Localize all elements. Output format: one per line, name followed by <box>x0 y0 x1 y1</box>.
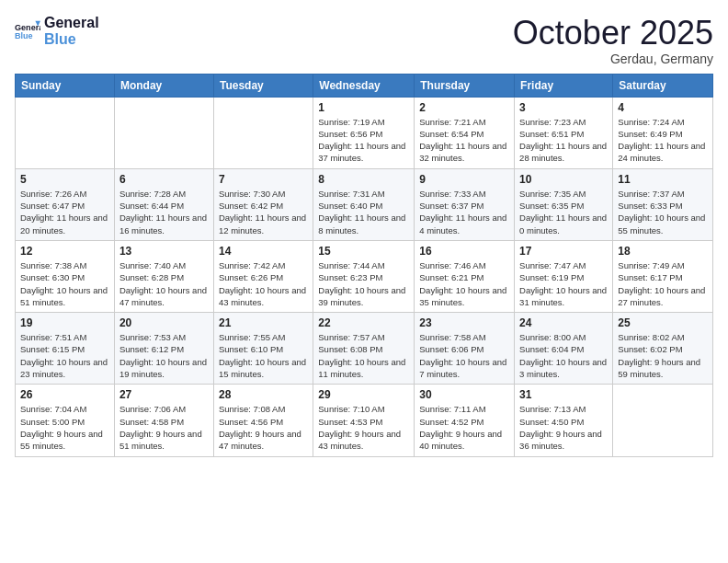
day-info: Sunrise: 7:10 AM Sunset: 4:53 PM Dayligh… <box>318 403 409 452</box>
day-number: 30 <box>419 388 509 401</box>
calendar-week-row: 19Sunrise: 7:51 AM Sunset: 6:15 PM Dayli… <box>16 313 713 385</box>
title-block: October 2025 Gerdau, Germany <box>513 15 713 66</box>
logo-text-general: General <box>44 15 99 31</box>
calendar-cell: 29Sunrise: 7:10 AM Sunset: 4:53 PM Dayli… <box>313 385 415 456</box>
day-number: 12 <box>20 245 109 258</box>
calendar-cell <box>16 97 115 168</box>
calendar-cell: 13Sunrise: 7:40 AM Sunset: 6:28 PM Dayli… <box>114 240 213 312</box>
day-info: Sunrise: 7:49 AM Sunset: 6:17 PM Dayligh… <box>618 259 708 308</box>
day-number: 9 <box>419 173 509 186</box>
day-info: Sunrise: 7:58 AM Sunset: 6:06 PM Dayligh… <box>419 331 509 380</box>
day-info: Sunrise: 7:13 AM Sunset: 4:50 PM Dayligh… <box>519 403 608 452</box>
day-info: Sunrise: 8:02 AM Sunset: 6:02 PM Dayligh… <box>618 331 708 380</box>
day-info: Sunrise: 7:51 AM Sunset: 6:15 PM Dayligh… <box>20 331 109 380</box>
calendar-cell: 9Sunrise: 7:33 AM Sunset: 6:37 PM Daylig… <box>415 168 515 240</box>
day-info: Sunrise: 7:23 AM Sunset: 6:51 PM Dayligh… <box>519 116 608 165</box>
logo-icon: General Blue <box>15 18 40 44</box>
calendar-cell: 12Sunrise: 7:38 AM Sunset: 6:30 PM Dayli… <box>16 240 115 312</box>
logo: General Blue General Blue <box>15 15 99 47</box>
day-number: 18 <box>618 245 708 258</box>
day-number: 6 <box>119 173 209 186</box>
day-number: 29 <box>318 388 409 401</box>
calendar-week-row: 26Sunrise: 7:04 AM Sunset: 5:00 PM Dayli… <box>16 385 713 456</box>
day-info: Sunrise: 7:21 AM Sunset: 6:54 PM Dayligh… <box>419 116 509 165</box>
svg-text:Blue: Blue <box>15 31 33 40</box>
day-info: Sunrise: 7:26 AM Sunset: 6:47 PM Dayligh… <box>20 188 109 236</box>
calendar-cell: 17Sunrise: 7:47 AM Sunset: 6:19 PM Dayli… <box>515 240 613 312</box>
calendar-cell: 23Sunrise: 7:58 AM Sunset: 6:06 PM Dayli… <box>415 313 515 385</box>
day-info: Sunrise: 7:53 AM Sunset: 6:12 PM Dayligh… <box>119 331 209 380</box>
logo-text-blue: Blue <box>44 31 99 48</box>
day-info: Sunrise: 7:24 AM Sunset: 6:49 PM Dayligh… <box>618 116 708 165</box>
day-number: 23 <box>419 316 509 329</box>
svg-text:General: General <box>15 22 40 31</box>
calendar-cell: 20Sunrise: 7:53 AM Sunset: 6:12 PM Dayli… <box>114 313 213 385</box>
day-info: Sunrise: 7:44 AM Sunset: 6:23 PM Dayligh… <box>318 259 409 308</box>
calendar-cell: 4Sunrise: 7:24 AM Sunset: 6:49 PM Daylig… <box>613 97 713 168</box>
day-info: Sunrise: 7:04 AM Sunset: 5:00 PM Dayligh… <box>20 403 109 452</box>
calendar-cell <box>613 385 713 456</box>
calendar-cell: 11Sunrise: 7:37 AM Sunset: 6:33 PM Dayli… <box>613 168 713 240</box>
day-number: 16 <box>419 245 509 258</box>
calendar-week-row: 12Sunrise: 7:38 AM Sunset: 6:30 PM Dayli… <box>16 240 713 312</box>
weekday-header-friday: Friday <box>515 74 613 97</box>
day-info: Sunrise: 7:37 AM Sunset: 6:33 PM Dayligh… <box>618 188 708 236</box>
calendar-cell <box>114 97 213 168</box>
day-info: Sunrise: 7:47 AM Sunset: 6:19 PM Dayligh… <box>519 259 608 308</box>
month-title: October 2025 <box>513 15 713 52</box>
calendar-cell: 24Sunrise: 8:00 AM Sunset: 6:04 PM Dayli… <box>515 313 613 385</box>
day-number: 10 <box>519 173 608 186</box>
calendar-cell: 3Sunrise: 7:23 AM Sunset: 6:51 PM Daylig… <box>515 97 613 168</box>
day-info: Sunrise: 7:46 AM Sunset: 6:21 PM Dayligh… <box>419 259 509 308</box>
day-number: 22 <box>318 316 409 329</box>
calendar-table: SundayMondayTuesdayWednesdayThursdayFrid… <box>15 74 713 457</box>
calendar-cell: 30Sunrise: 7:11 AM Sunset: 4:52 PM Dayli… <box>415 385 515 456</box>
calendar-cell: 7Sunrise: 7:30 AM Sunset: 6:42 PM Daylig… <box>213 168 313 240</box>
day-info: Sunrise: 7:42 AM Sunset: 6:26 PM Dayligh… <box>219 259 308 308</box>
day-number: 26 <box>20 388 109 401</box>
day-number: 17 <box>519 245 608 258</box>
day-info: Sunrise: 7:55 AM Sunset: 6:10 PM Dayligh… <box>219 331 308 380</box>
day-info: Sunrise: 7:31 AM Sunset: 6:40 PM Dayligh… <box>318 188 409 236</box>
calendar-cell: 18Sunrise: 7:49 AM Sunset: 6:17 PM Dayli… <box>613 240 713 312</box>
day-number: 8 <box>318 173 409 186</box>
calendar-cell: 27Sunrise: 7:06 AM Sunset: 4:58 PM Dayli… <box>114 385 213 456</box>
day-info: Sunrise: 7:11 AM Sunset: 4:52 PM Dayligh… <box>419 403 509 452</box>
day-number: 3 <box>519 101 608 114</box>
weekday-header-tuesday: Tuesday <box>213 74 313 97</box>
day-number: 5 <box>20 173 109 186</box>
day-number: 21 <box>219 316 308 329</box>
calendar-cell: 1Sunrise: 7:19 AM Sunset: 6:56 PM Daylig… <box>313 97 415 168</box>
day-info: Sunrise: 7:38 AM Sunset: 6:30 PM Dayligh… <box>20 259 109 308</box>
day-number: 7 <box>219 173 308 186</box>
calendar-cell: 14Sunrise: 7:42 AM Sunset: 6:26 PM Dayli… <box>213 240 313 312</box>
page-header: General Blue General Blue October 2025 G… <box>15 15 713 66</box>
day-info: Sunrise: 7:19 AM Sunset: 6:56 PM Dayligh… <box>318 116 409 165</box>
day-number: 24 <box>519 316 608 329</box>
calendar-week-row: 1Sunrise: 7:19 AM Sunset: 6:56 PM Daylig… <box>16 97 713 168</box>
day-info: Sunrise: 7:57 AM Sunset: 6:08 PM Dayligh… <box>318 331 409 380</box>
day-info: Sunrise: 7:08 AM Sunset: 4:56 PM Dayligh… <box>219 403 308 452</box>
calendar-cell: 15Sunrise: 7:44 AM Sunset: 6:23 PM Dayli… <box>313 240 415 312</box>
calendar-cell: 8Sunrise: 7:31 AM Sunset: 6:40 PM Daylig… <box>313 168 415 240</box>
location: Gerdau, Germany <box>513 52 713 66</box>
weekday-header-saturday: Saturday <box>613 74 713 97</box>
calendar-cell: 26Sunrise: 7:04 AM Sunset: 5:00 PM Dayli… <box>16 385 115 456</box>
calendar-cell: 25Sunrise: 8:02 AM Sunset: 6:02 PM Dayli… <box>613 313 713 385</box>
day-number: 2 <box>419 101 509 114</box>
calendar-week-row: 5Sunrise: 7:26 AM Sunset: 6:47 PM Daylig… <box>16 168 713 240</box>
calendar-header-row: SundayMondayTuesdayWednesdayThursdayFrid… <box>16 74 713 97</box>
day-number: 4 <box>618 101 708 114</box>
weekday-header-monday: Monday <box>114 74 213 97</box>
day-info: Sunrise: 7:33 AM Sunset: 6:37 PM Dayligh… <box>419 188 509 236</box>
day-number: 15 <box>318 245 409 258</box>
calendar-cell: 5Sunrise: 7:26 AM Sunset: 6:47 PM Daylig… <box>16 168 115 240</box>
day-number: 19 <box>20 316 109 329</box>
day-info: Sunrise: 7:30 AM Sunset: 6:42 PM Dayligh… <box>219 188 308 236</box>
calendar-cell: 22Sunrise: 7:57 AM Sunset: 6:08 PM Dayli… <box>313 313 415 385</box>
day-number: 28 <box>219 388 308 401</box>
day-number: 27 <box>119 388 209 401</box>
day-info: Sunrise: 7:35 AM Sunset: 6:35 PM Dayligh… <box>519 188 608 236</box>
day-number: 1 <box>318 101 409 114</box>
day-number: 11 <box>618 173 708 186</box>
